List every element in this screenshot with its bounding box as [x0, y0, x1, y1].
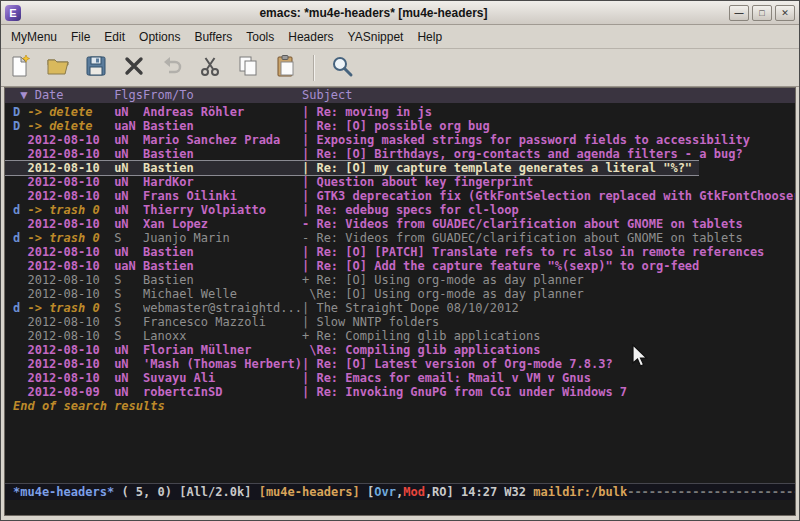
copy-button[interactable]	[235, 55, 261, 81]
message-row[interactable]: d -> trash 0SJuanjo Marin-Re: Videos fro…	[5, 231, 795, 245]
message-row[interactable]: 2012-08-10uNHardKor|Question about key f…	[5, 175, 795, 189]
message-row[interactable]: 2012-08-10uNBastien|Re: [O] [PATCH] Tran…	[5, 245, 795, 259]
thread-prefix: |	[302, 189, 316, 203]
message-row[interactable]: 2012-08-10uNBastien|Re: [O] my capture t…	[5, 161, 699, 175]
menu-bar: MyMenuFileEditOptionsBuffersToolsHeaders…	[1, 25, 799, 49]
save-button[interactable]	[83, 55, 109, 81]
from-cell: HardKor	[143, 175, 302, 189]
maximize-button[interactable]: □	[752, 5, 772, 21]
move-target: -> delete	[20, 119, 92, 133]
message-row[interactable]: 2012-08-10SBastien+Re: [O] Using org-mod…	[5, 273, 795, 287]
thread-prefix: |	[302, 315, 316, 329]
from-cell: robertcInSD	[143, 385, 302, 399]
subject-cell: Re: [O] [PATCH] Translate refs to rc als…	[316, 245, 795, 259]
menu-item-headers[interactable]: Headers	[281, 27, 340, 47]
from-cell: Thierry Volpiatto	[143, 203, 302, 217]
subject-cell: Re: Invoking GnuPG from CGI under Window…	[316, 385, 795, 399]
menu-item-edit[interactable]: Edit	[97, 27, 132, 47]
message-row[interactable]: 2012-08-10uNFrans Oilinki|GTK3 deprecati…	[5, 189, 795, 203]
menu-item-yasnippet[interactable]: YASnippet	[341, 27, 411, 47]
date-cell: 2012-08-10	[13, 343, 114, 357]
header-line: ▼ Date Flgs From/To Subject	[5, 88, 795, 103]
mode-line[interactable]: *mu4e-headers* ( 5, 0) [All/2.0k] [mu4e-…	[5, 483, 795, 500]
message-row[interactable]: 2012-08-10uNMario Sanchez Prada|Exposing…	[5, 133, 795, 147]
search-button[interactable]	[329, 55, 355, 81]
close-button[interactable]: ✕	[775, 5, 795, 21]
window-title: emacs: *mu4e-headers* [mu4e-headers]	[21, 6, 726, 20]
message-row[interactable]: 2012-08-10SFrancesco Mazzoli|Slow NNTP f…	[5, 315, 795, 329]
message-row[interactable]: d -> trash 0uNThierry Volpiatto|Re: edeb…	[5, 203, 795, 217]
menu-item-buffers[interactable]: Buffers	[187, 27, 239, 47]
menu-item-tools[interactable]: Tools	[239, 27, 281, 47]
column-header-from[interactable]: From/To	[143, 88, 302, 103]
date-cell: 2012-08-10	[13, 245, 114, 259]
message-row[interactable]: 2012-08-10uNSuvayu Ali|Re: Emacs for ema…	[5, 371, 795, 385]
cut-icon	[198, 54, 222, 82]
message-row[interactable]: d -> trash 0Swebmaster@straightd...|The …	[5, 301, 795, 315]
date-cell: 2012-08-10	[13, 217, 114, 231]
flags-cell: uN	[114, 357, 143, 371]
date-cell: 2012-08-10	[13, 161, 114, 175]
message-list: D -> deleteuNAndreas Röhler|Re: moving i…	[5, 105, 795, 399]
thread-prefix: |	[302, 385, 316, 399]
subject-cell: Re: [O] possible org bug	[316, 119, 795, 133]
message-row[interactable]: D -> deleteuaNBastien|Re: [O] possible o…	[5, 119, 795, 133]
title-bar: E emacs: *mu4e-headers* [mu4e-headers] —…	[1, 1, 799, 25]
from-cell: Michael Welle	[143, 287, 302, 301]
new-file-button[interactable]	[7, 55, 33, 81]
column-header-subject[interactable]: Subject	[302, 88, 795, 103]
modeline-segment: ----------------------------------------…	[627, 485, 795, 499]
from-cell: Mario Sanchez Prada	[143, 133, 302, 147]
message-row[interactable]: D -> deleteuNAndreas Röhler|Re: moving i…	[5, 105, 795, 119]
open-file-button[interactable]	[45, 55, 71, 81]
from-cell: Andreas Röhler	[143, 105, 302, 119]
message-row[interactable]: 2012-08-10uNXan Lopez-Re: Videos from GU…	[5, 217, 795, 231]
from-cell: Bastien	[143, 161, 302, 175]
date-cell: 2012-08-10	[13, 147, 114, 161]
subject-cell: Re: Compiling glib applications	[316, 343, 795, 357]
thread-prefix: |	[302, 105, 316, 119]
menu-item-file[interactable]: File	[64, 27, 97, 47]
move-target: -> trash 0	[20, 301, 99, 315]
thread-prefix: +	[302, 329, 316, 343]
undo-button[interactable]	[159, 55, 185, 81]
message-row[interactable]: 2012-08-10uaNBastien|Re: [O] Add the cap…	[5, 259, 795, 273]
flags-cell: S	[114, 315, 143, 329]
date-cell: D -> delete	[13, 105, 114, 119]
minimize-button[interactable]: —	[729, 5, 749, 21]
flags-cell: uN	[114, 245, 143, 259]
subject-cell: GTK3 deprecation fix (GtkFontSelection r…	[316, 189, 795, 203]
flags-cell: S	[114, 301, 143, 315]
message-row[interactable]: 2012-08-10SMichael Welle \Re: [O] Using …	[5, 287, 795, 301]
message-row[interactable]: 2012-08-10uNFlorian Müllner \Re: Compili…	[5, 343, 795, 357]
thread-prefix: |	[302, 147, 316, 161]
date-cell: 2012-08-10	[13, 189, 114, 203]
paste-button[interactable]	[273, 55, 299, 81]
menu-item-help[interactable]: Help	[410, 27, 449, 47]
date-cell: 2012-08-10	[13, 357, 114, 371]
message-row[interactable]: 2012-08-10uNBastien|Re: [O] Birthdays, o…	[5, 147, 795, 161]
thread-prefix: |	[302, 133, 316, 147]
subject-cell: Re: Videos from GUADEC/clarification abo…	[316, 231, 795, 245]
window-controls: — □ ✕	[726, 5, 795, 21]
message-row[interactable]: 2012-08-10uN'Mash (Thomas Herbert)|Re: […	[5, 357, 795, 371]
date-cell: 2012-08-10	[13, 133, 114, 147]
column-header-flags[interactable]: Flgs	[114, 88, 143, 103]
headers-buffer: D -> deleteuNAndreas Röhler|Re: moving i…	[5, 103, 795, 483]
message-row[interactable]: 2012-08-09uNrobertcInSD|Re: Invoking Gnu…	[5, 385, 795, 399]
subject-cell: Re: Emacs for email: Rmail v VM v Gnus	[316, 371, 795, 385]
thread-prefix: \	[302, 287, 316, 301]
flags-cell: S	[114, 231, 143, 245]
date-cell: d -> trash 0	[13, 203, 114, 217]
cut-button[interactable]	[197, 55, 223, 81]
menu-item-mymenu[interactable]: MyMenu	[4, 27, 64, 47]
flags-cell: uN	[114, 133, 143, 147]
subject-cell: Re: [O] Using org-mode as day planner	[316, 287, 795, 301]
message-row[interactable]: 2012-08-10SLanoxx+Re: Compiling glib app…	[5, 329, 795, 343]
kill-buffer-button[interactable]	[121, 55, 147, 81]
from-cell: Bastien	[143, 259, 302, 273]
column-header-date[interactable]: ▼ Date	[13, 88, 114, 103]
subject-cell: Slow NNTP folders	[316, 315, 795, 329]
modeline-segment: maildir:/bulk	[533, 485, 627, 499]
menu-item-options[interactable]: Options	[132, 27, 187, 47]
